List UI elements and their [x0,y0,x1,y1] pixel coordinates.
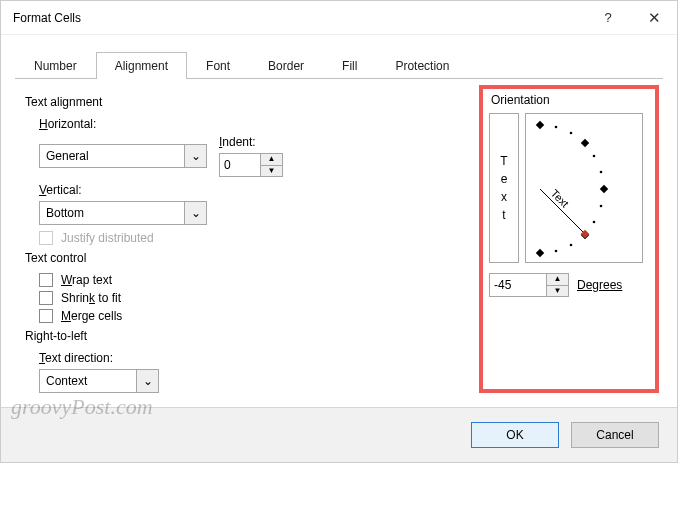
tab-fill[interactable]: Fill [323,52,376,79]
svg-rect-0 [536,121,544,129]
format-cells-dialog: Format Cells ? ✕ Number Alignment Font B… [0,0,678,463]
svg-point-7 [593,155,596,158]
orientation-arc[interactable]: Text [525,113,643,263]
indent-up-button[interactable]: ▲ [261,154,282,165]
vertical-combo[interactable]: Bottom ⌄ [39,201,207,225]
chevron-down-icon: ⌄ [184,145,206,167]
merge-cells-checkbox[interactable]: Merge cells [39,309,469,323]
ok-button[interactable]: OK [471,422,559,448]
svg-point-10 [593,221,596,224]
degrees-down-button[interactable]: ▼ [547,285,568,297]
degrees-input[interactable] [490,274,546,296]
vertical-value: Bottom [46,206,184,220]
vtext-char: T [500,154,507,168]
checkbox-box [39,231,53,245]
tab-font[interactable]: Font [187,52,249,79]
rtl-title: Right-to-left [25,329,469,343]
cancel-button[interactable]: Cancel [571,422,659,448]
indent-input[interactable] [220,154,260,176]
tab-alignment[interactable]: Alignment [96,52,187,79]
shrink-to-fit-checkbox[interactable]: Shrink to fit [39,291,469,305]
window-title: Format Cells [13,11,585,25]
tab-number[interactable]: Number [15,52,96,79]
svg-point-8 [600,171,603,174]
text-control-title: Text control [25,251,469,265]
text-direction-label: Text direction: [39,351,469,365]
vtext-char: e [501,172,508,186]
svg-point-6 [570,132,573,135]
text-direction-value: Context [46,374,136,388]
degrees-up-button[interactable]: ▲ [547,274,568,285]
checkbox-box [39,273,53,287]
chevron-down-icon: ⌄ [184,202,206,224]
indent-spin-buttons: ▲ ▼ [260,154,282,176]
arc-text-label: Text [549,187,572,210]
orientation-arc-svg: Text [526,114,644,264]
tab-protection[interactable]: Protection [376,52,468,79]
tab-strip: Number Alignment Font Border Fill Protec… [15,51,663,78]
chevron-down-icon: ⌄ [136,370,158,392]
checkbox-box [39,309,53,323]
orientation-title: Orientation [491,93,649,107]
degrees-spinner[interactable]: ▲ ▼ [489,273,569,297]
justify-distributed-label: Justify distributed [61,231,154,245]
degrees-spin-buttons: ▲ ▼ [546,274,568,296]
titlebar: Format Cells ? ✕ [1,1,677,35]
svg-point-12 [555,250,558,253]
wrap-text-label: Wrap text [61,273,112,287]
checkbox-box [39,291,53,305]
vtext-char: t [502,208,505,222]
justify-distributed-checkbox: Justify distributed [39,231,469,245]
horizontal-label: Horizontal: [39,117,469,131]
vertical-text-preview[interactable]: T e x t [489,113,519,263]
vtext-char: x [501,190,507,204]
indent-group: Indent: ▲ ▼ [219,135,283,177]
indent-label: Indent: [219,135,283,149]
text-direction-combo[interactable]: Context ⌄ [39,369,159,393]
vertical-label: Vertical: [39,183,469,197]
wrap-text-checkbox[interactable]: Wrap text [39,273,469,287]
svg-point-9 [600,205,603,208]
horizontal-value: General [46,149,184,163]
degrees-label: Degrees [577,278,622,292]
help-button[interactable]: ? [585,1,631,35]
svg-rect-1 [581,139,589,147]
close-button[interactable]: ✕ [631,1,677,35]
svg-point-11 [570,244,573,247]
svg-rect-2 [600,185,608,193]
svg-point-5 [555,126,558,129]
tab-border[interactable]: Border [249,52,323,79]
horizontal-combo[interactable]: General ⌄ [39,144,207,168]
indent-spinner[interactable]: ▲ ▼ [219,153,283,177]
dialog-body: Text alignment Horizontal: General ⌄ Ind… [1,79,677,407]
dialog-footer: OK Cancel [1,407,677,462]
orientation-group: Orientation T e x t [479,85,659,393]
merge-label: Merge cells [61,309,122,323]
svg-rect-4 [536,249,544,257]
left-column: Text alignment Horizontal: General ⌄ Ind… [25,89,469,393]
indent-down-button[interactable]: ▼ [261,165,282,177]
text-alignment-title: Text alignment [25,95,469,109]
shrink-label: Shrink to fit [61,291,121,305]
